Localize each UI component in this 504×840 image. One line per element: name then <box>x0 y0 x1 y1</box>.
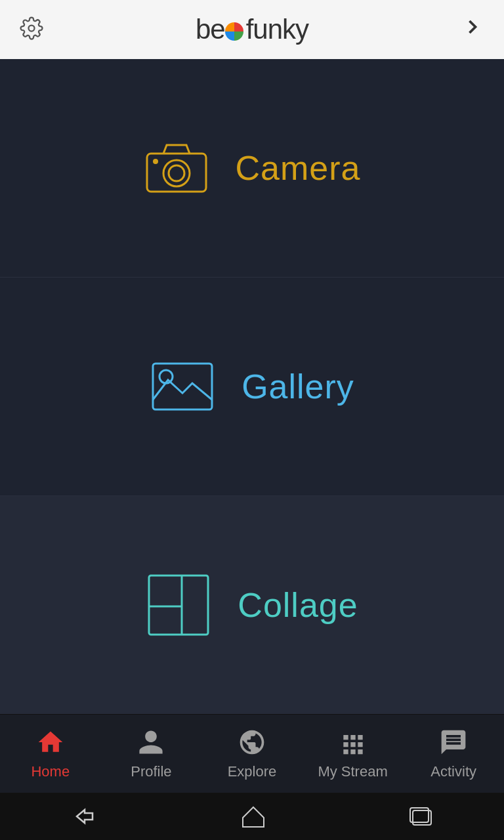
activity-nav-label: Activity <box>430 763 476 780</box>
svg-point-2 <box>163 160 190 186</box>
collage-menu-item[interactable]: Collage <box>146 572 358 638</box>
home-icon <box>36 728 65 759</box>
back-button[interactable] <box>72 807 98 826</box>
gallery-section[interactable]: Gallery <box>0 278 504 496</box>
gallery-label: Gallery <box>242 367 354 406</box>
camera-section[interactable]: Camera <box>0 59 504 278</box>
explore-icon <box>238 728 266 759</box>
home-button[interactable] <box>242 805 265 828</box>
my-stream-nav-label: My Stream <box>318 763 387 780</box>
camera-menu-item[interactable]: Camera <box>144 142 361 194</box>
app-header: befunky <box>0 0 504 59</box>
recents-button[interactable] <box>409 807 432 826</box>
profile-icon <box>136 728 165 759</box>
nav-item-activity[interactable]: Activity <box>403 715 504 793</box>
bottom-nav: Home Profile Explore My Stream <box>0 714 504 793</box>
svg-point-3 <box>169 165 184 181</box>
activity-icon <box>439 728 468 759</box>
gallery-menu-item[interactable]: Gallery <box>150 360 354 413</box>
profile-nav-label: Profile <box>131 763 171 780</box>
camera-label: Camera <box>236 148 361 188</box>
home-nav-label: Home <box>31 763 70 780</box>
collage-label: Collage <box>238 585 358 625</box>
svg-marker-10 <box>243 807 264 827</box>
app-logo: befunky <box>196 14 308 45</box>
collage-section[interactable]: Collage <box>0 496 504 714</box>
svg-rect-7 <box>149 576 208 635</box>
svg-point-0 <box>29 26 35 32</box>
svg-point-4 <box>153 159 158 164</box>
system-nav-bar <box>0 793 504 840</box>
nav-item-my-stream[interactable]: My Stream <box>303 715 404 793</box>
main-content: Camera Gallery <box>0 59 504 714</box>
nav-item-home[interactable]: Home <box>0 715 101 793</box>
explore-nav-label: Explore <box>228 763 277 780</box>
next-button[interactable] <box>461 15 484 45</box>
nav-item-explore[interactable]: Explore <box>201 715 303 793</box>
nav-item-profile[interactable]: Profile <box>101 715 202 793</box>
settings-icon[interactable] <box>20 16 43 43</box>
my-stream-icon <box>339 728 368 759</box>
